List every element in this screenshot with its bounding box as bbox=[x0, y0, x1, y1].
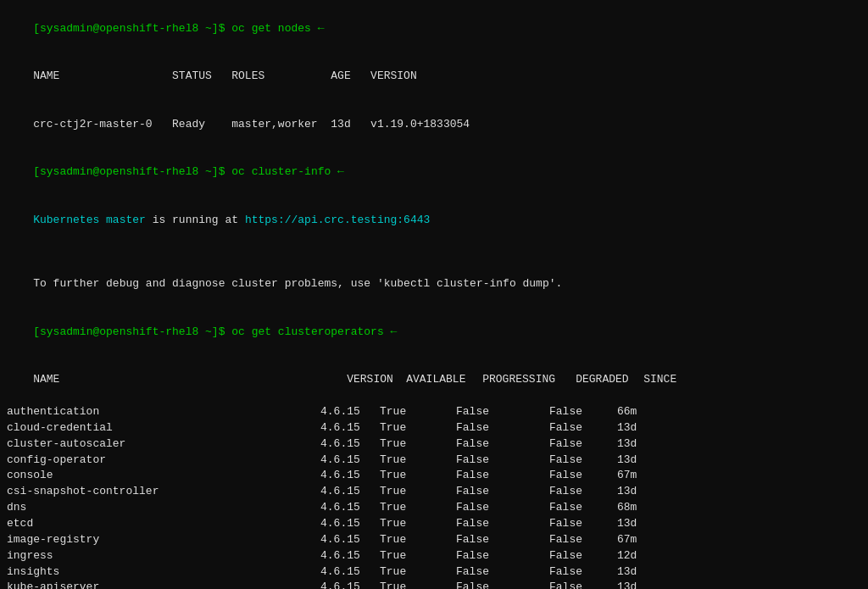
blank-line bbox=[7, 245, 861, 261]
running-text: is running at bbox=[146, 214, 245, 226]
operator-since: 13d bbox=[617, 581, 637, 589]
operator-degraded: False bbox=[549, 500, 617, 516]
operator-progressing: False bbox=[456, 404, 549, 420]
operator-progressing: False bbox=[456, 436, 549, 453]
operator-version: 4.6.15 bbox=[320, 516, 380, 532]
operator-version: 4.6.15 bbox=[320, 468, 380, 484]
operator-available: True bbox=[380, 468, 456, 484]
operator-degraded: False bbox=[549, 468, 617, 484]
operator-version: 4.6.15 bbox=[320, 484, 380, 500]
prompt-3: [sysadmin@openshift-rhel8 ~]$ bbox=[33, 325, 231, 338]
command-1: oc get nodes bbox=[231, 22, 311, 35]
operator-degraded: False bbox=[549, 548, 617, 564]
operator-progressing: False bbox=[456, 468, 549, 484]
operator-degraded: False bbox=[549, 532, 617, 548]
operator-since: 67m bbox=[617, 469, 637, 481]
node-data: crc-ctj2r-master-0 Ready master,worker 1… bbox=[33, 118, 470, 131]
operator-progressing: False bbox=[456, 453, 549, 469]
operator-name: console bbox=[7, 468, 320, 484]
operator-row: etcd4.6.15TrueFalseFalse13d bbox=[7, 516, 861, 532]
operator-progressing: False bbox=[456, 580, 549, 589]
node-row: crc-ctj2r-master-0 Ready master,worker 1… bbox=[7, 101, 861, 149]
operator-progressing: False bbox=[456, 532, 549, 548]
operator-row: dns4.6.15TrueFalseFalse68m bbox=[7, 500, 861, 516]
operator-since: 12d bbox=[617, 549, 637, 562]
operator-row: cloud-credential4.6.15TrueFalseFalse13d bbox=[7, 420, 861, 436]
operator-available: True bbox=[380, 564, 456, 581]
operator-name: image-registry bbox=[7, 532, 320, 548]
cluster-info-line: Kubernetes master is running at https://… bbox=[7, 197, 861, 245]
operator-progressing: False bbox=[456, 500, 549, 516]
operator-name: authentication bbox=[7, 404, 320, 420]
operator-row: image-registry4.6.15TrueFalseFalse67m bbox=[7, 532, 861, 548]
command-2: oc cluster-info bbox=[231, 165, 331, 178]
operator-since: 67m bbox=[617, 533, 637, 546]
operator-row: kube-apiserver4.6.15TrueFalseFalse13d bbox=[7, 580, 861, 589]
terminal: [sysadmin@openshift-rhel8 ~]$ oc get nod… bbox=[0, 0, 868, 589]
operator-degraded: False bbox=[549, 580, 617, 589]
operator-version: 4.6.15 bbox=[320, 580, 380, 589]
operator-available: True bbox=[380, 580, 456, 589]
operator-since: 13d bbox=[617, 485, 637, 497]
operator-available: True bbox=[380, 420, 456, 436]
command-3: oc get clusteroperators bbox=[231, 325, 383, 338]
operator-version: 4.6.15 bbox=[320, 548, 380, 564]
operator-available: True bbox=[380, 548, 456, 564]
arrow-3: ← bbox=[384, 325, 398, 338]
nodes-header-text: NAME STATUS ROLES AGE VERSION bbox=[33, 69, 416, 82]
operator-degraded: False bbox=[549, 453, 617, 469]
operator-name: kube-apiserver bbox=[7, 580, 320, 589]
operator-row: cluster-autoscaler4.6.15TrueFalseFalse13… bbox=[7, 436, 861, 453]
operator-progressing: False bbox=[456, 564, 549, 581]
operator-row: console4.6.15TrueFalseFalse67m bbox=[7, 468, 861, 484]
operator-progressing: False bbox=[456, 484, 549, 500]
operator-since: 13d bbox=[617, 565, 637, 578]
operator-available: True bbox=[380, 516, 456, 532]
command-line-3: [sysadmin@openshift-rhel8 ~]$ oc get clu… bbox=[7, 308, 861, 357]
operator-name: etcd bbox=[7, 516, 320, 532]
operator-since: 68m bbox=[617, 501, 637, 514]
operators-list: authentication4.6.15TrueFalseFalse66mclo… bbox=[7, 404, 861, 589]
prompt-1: [sysadmin@openshift-rhel8 ~]$ bbox=[33, 22, 231, 35]
operator-degraded: False bbox=[549, 484, 617, 500]
operator-name: csi-snapshot-controller bbox=[7, 484, 320, 500]
operator-since: 13d bbox=[617, 453, 637, 466]
operators-header: NAMEVERSIONAVAILABLEPROGRESSINGDEGRADEDS… bbox=[7, 357, 861, 405]
command-line-1: [sysadmin@openshift-rhel8 ~]$ oc get nod… bbox=[7, 5, 861, 53]
operator-since: 13d bbox=[617, 421, 637, 434]
operator-version: 4.6.15 bbox=[320, 532, 380, 548]
operator-available: True bbox=[380, 532, 456, 548]
operator-row: ingress4.6.15TrueFalseFalse12d bbox=[7, 548, 861, 564]
kubernetes-text: Kubernetes master bbox=[33, 214, 146, 226]
operator-since: 66m bbox=[617, 405, 637, 418]
operator-version: 4.6.15 bbox=[320, 404, 380, 420]
prompt-2: [sysadmin@openshift-rhel8 ~]$ bbox=[33, 165, 231, 178]
operator-available: True bbox=[380, 404, 456, 420]
operator-name: cluster-autoscaler bbox=[7, 436, 320, 453]
operator-name: config-operator bbox=[7, 453, 320, 469]
cluster-url: https://api.crc.testing:6443 bbox=[245, 214, 430, 226]
operator-progressing: False bbox=[456, 420, 549, 436]
operator-version: 4.6.15 bbox=[320, 436, 380, 453]
operator-degraded: False bbox=[549, 564, 617, 581]
operator-degraded: False bbox=[549, 436, 617, 453]
operator-name: ingress bbox=[7, 548, 320, 564]
operator-degraded: False bbox=[549, 404, 617, 420]
debug-info: To further debug and diagnose cluster pr… bbox=[7, 261, 861, 309]
operator-name: insights bbox=[7, 564, 320, 581]
operator-degraded: False bbox=[549, 516, 617, 532]
operator-row: config-operator4.6.15TrueFalseFalse13d bbox=[7, 453, 861, 469]
operator-since: 13d bbox=[617, 517, 637, 530]
operator-name: cloud-credential bbox=[7, 420, 320, 436]
operator-row: authentication4.6.15TrueFalseFalse66m bbox=[7, 404, 861, 420]
operator-row: insights4.6.15TrueFalseFalse13d bbox=[7, 564, 861, 581]
operator-progressing: False bbox=[456, 516, 549, 532]
nodes-header: NAME STATUS ROLES AGE VERSION bbox=[7, 53, 861, 102]
operator-version: 4.6.15 bbox=[320, 453, 380, 469]
operator-available: True bbox=[380, 500, 456, 516]
operator-available: True bbox=[380, 453, 456, 469]
operator-name: dns bbox=[7, 500, 320, 516]
operator-row: csi-snapshot-controller4.6.15TrueFalseFa… bbox=[7, 484, 861, 500]
operator-version: 4.6.15 bbox=[320, 500, 380, 516]
operator-since: 13d bbox=[617, 437, 637, 450]
